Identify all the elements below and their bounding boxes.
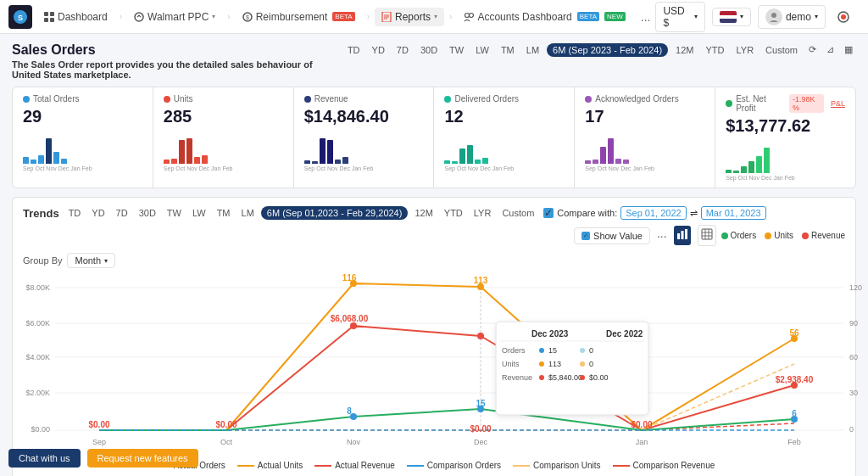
nav-more-button[interactable]: ... xyxy=(641,10,651,24)
filter-30d[interactable]: 30D xyxy=(416,43,442,57)
svg-text:$0.00: $0.00 xyxy=(589,373,609,382)
svg-text:0: 0 xyxy=(589,346,593,355)
filter-ytd[interactable]: YTD xyxy=(702,43,729,57)
metric-label: Total Orders xyxy=(23,94,142,104)
filter-tw[interactable]: TW xyxy=(445,43,468,57)
orders-dot xyxy=(721,232,728,239)
svg-text:$0.00: $0.00 xyxy=(88,420,109,429)
filter-lw[interactable]: LW xyxy=(471,43,493,57)
filter-6m[interactable]: 6M (Sep 2023 - Feb 2024) xyxy=(547,43,668,57)
svg-point-14 xyxy=(470,13,474,17)
trends-td[interactable]: TD xyxy=(64,206,86,220)
chart-labels: SepOctNovDecJanFeb xyxy=(444,165,564,171)
flag-chevron: ▾ xyxy=(740,13,743,20)
nav-reports[interactable]: Reports ▾ xyxy=(375,8,444,26)
svg-text:$0.00: $0.00 xyxy=(31,425,50,434)
show-value-button[interactable]: ✓ Show Value xyxy=(574,227,650,244)
nav-walmart-ppc[interactable]: Walmart PPC ▾ xyxy=(127,8,222,26)
svg-text:$8.00K: $8.00K xyxy=(25,283,50,292)
bar xyxy=(733,171,739,173)
bell-button[interactable] xyxy=(861,5,868,29)
chart-labels: SepOctNovDecJanFeb xyxy=(585,165,704,171)
compare-checkbox[interactable]: ✓ xyxy=(543,208,554,218)
metric-value: 285 xyxy=(164,107,283,126)
trends-more-button[interactable]: ··· xyxy=(657,229,667,243)
refresh-icon[interactable]: ⟳ xyxy=(805,42,820,57)
filter-12m[interactable]: 12M xyxy=(671,43,698,57)
bar xyxy=(179,140,185,164)
compare-checkbox-container: ✓ Compare with: Sep 01, 2022 ⇌ Mar 01, 2… xyxy=(543,206,765,220)
trends-6m[interactable]: 6M (Sep 01,2023 - Feb 29,2024) xyxy=(261,206,409,220)
chart-type-table[interactable] xyxy=(698,225,716,246)
metric-link[interactable]: P&L xyxy=(831,99,845,108)
filter-td[interactable]: TD xyxy=(343,43,364,57)
chart-labels: SepOctNovDecJanFeb xyxy=(304,165,424,171)
filter-lm[interactable]: LM xyxy=(522,43,543,57)
chart-axis-label: Oct xyxy=(738,175,748,181)
reimburse-icon: $ xyxy=(242,12,253,22)
chart-axis-label: Nov xyxy=(609,165,619,171)
trends-yd[interactable]: YD xyxy=(87,206,108,220)
chart-axis-label: Feb xyxy=(82,165,92,171)
trends-7d[interactable]: 7D xyxy=(112,206,132,220)
record-button[interactable] xyxy=(832,5,854,29)
filter-icon[interactable]: ⊿ xyxy=(823,42,837,57)
chart-axis-label: Oct xyxy=(598,165,607,171)
trends-lyr[interactable]: LYR xyxy=(470,206,496,220)
filter-7d[interactable]: 7D xyxy=(392,43,413,57)
svg-rect-20 xyxy=(677,233,680,239)
nav-dashboard[interactable]: Dashboard xyxy=(37,8,114,26)
trends-lm[interactable]: LM xyxy=(237,206,259,220)
legend-comparison-units: Comparison Units xyxy=(513,461,600,470)
trends-custom[interactable]: Custom xyxy=(498,206,538,220)
feature-request-button[interactable]: Request new features xyxy=(87,449,198,468)
chart-container: $8.00K $6.00K $4.00K $2.00K $0.00 120 90… xyxy=(23,275,845,456)
nav-separator-3: › xyxy=(367,12,370,21)
legend-orders: Orders xyxy=(721,231,757,240)
trends-ytd[interactable]: YTD xyxy=(440,206,467,220)
bar xyxy=(53,152,59,164)
currency-selector[interactable]: USD $ ▾ xyxy=(655,2,704,32)
compare-date1[interactable]: Sep 01, 2022 xyxy=(620,206,686,220)
svg-point-76 xyxy=(539,348,544,353)
show-value-checkbox[interactable]: ✓ xyxy=(581,232,590,240)
filter-custom[interactable]: Custom xyxy=(761,43,802,57)
chart-type-bar[interactable] xyxy=(674,226,691,245)
bar xyxy=(312,161,318,164)
filter-yd[interactable]: YD xyxy=(368,43,389,57)
nav-accounts-dashboard[interactable]: Accounts Dashboard BETA NEW xyxy=(457,8,632,26)
app-logo: S xyxy=(8,5,32,29)
reports-icon xyxy=(381,12,392,22)
filter-lyr[interactable]: LYR xyxy=(732,43,759,57)
metrics-cards: Total Orders 29 SepOctNovDecJanFeb Units… xyxy=(12,87,856,188)
filter-tm[interactable]: TM xyxy=(497,43,519,57)
compare-date2[interactable]: Mar 01, 2023 xyxy=(701,206,766,220)
bar xyxy=(741,166,747,173)
svg-text:6: 6 xyxy=(792,409,797,418)
chart-axis-label: Jan xyxy=(492,165,502,171)
trends-30d[interactable]: 30D xyxy=(135,206,160,220)
group-by-select[interactable]: Month ▾ xyxy=(67,253,115,268)
chart-axis-label: Feb xyxy=(785,175,795,181)
trends-tm[interactable]: TM xyxy=(213,206,235,220)
user-menu[interactable]: demo ▾ xyxy=(758,5,826,29)
bar xyxy=(615,159,621,164)
bar xyxy=(320,138,326,164)
svg-text:Feb: Feb xyxy=(787,438,801,446)
chat-button[interactable]: Chat with us xyxy=(8,449,81,468)
grid-icon[interactable]: ▦ xyxy=(841,42,856,57)
comparison-orders-line xyxy=(407,465,424,467)
metric-dot xyxy=(444,96,451,103)
metric-label: Delivered Orders xyxy=(444,94,564,104)
svg-rect-2 xyxy=(44,12,48,16)
nav-reimbursement[interactable]: $ Reimbursement BETA xyxy=(236,8,362,26)
page-title: Sales Orders xyxy=(12,42,343,58)
flag-selector[interactable]: ▾ xyxy=(712,8,751,26)
chart-axis-label: Oct xyxy=(35,165,44,171)
legend-units: Units xyxy=(765,231,793,240)
svg-text:15: 15 xyxy=(548,346,557,355)
trends-12m[interactable]: 12M xyxy=(410,206,437,220)
trends-lw[interactable]: LW xyxy=(188,206,210,220)
trends-tw[interactable]: TW xyxy=(163,206,186,220)
legend-revenue: Revenue xyxy=(802,231,845,240)
